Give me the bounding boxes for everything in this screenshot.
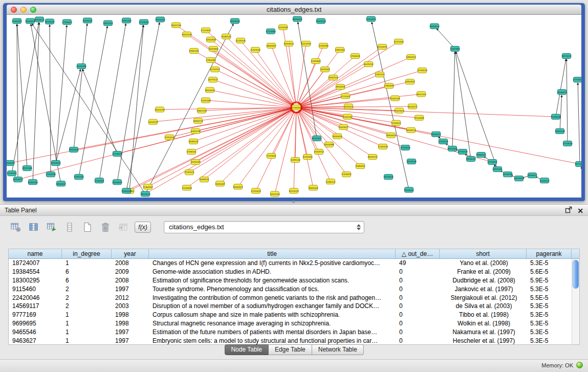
minimize-window-button[interactable] <box>20 7 27 13</box>
graph-node-label: 16344541 <box>199 179 209 181</box>
table-settings-icon[interactable] <box>9 221 23 234</box>
graph-node-label: 16161627 <box>338 126 349 128</box>
table-cell: 2009 <box>112 268 149 275</box>
table-row[interactable]: 969969511998Structural magnetic resonanc… <box>9 319 572 328</box>
column-header-out_de[interactable]: △ out_de… <box>396 249 440 259</box>
hub-citation-edge <box>176 25 293 105</box>
graph-node-label: 20531286 <box>76 65 86 68</box>
column-header-short[interactable]: short <box>440 249 527 259</box>
table-scrollbar[interactable] <box>572 259 579 344</box>
table-cell: 0 <box>396 311 440 318</box>
float-panel-icon[interactable] <box>565 206 572 215</box>
table-cell: Genome-wide association studies in ADHD. <box>149 268 396 275</box>
citation-edge <box>567 59 568 143</box>
graph-node-label: 12154254 <box>377 46 387 48</box>
citation-edge <box>560 95 562 131</box>
table-cell: Tourette syndrome. Phenomenology and cla… <box>149 286 396 293</box>
table-scrollbar-thumb[interactable] <box>573 260 579 289</box>
edit-table-icon[interactable] <box>45 221 58 234</box>
delete-icon[interactable] <box>99 221 112 234</box>
table-row[interactable]: 946362711997Embryonic stem cells: a mode… <box>9 336 572 344</box>
table-cell: 9463627 <box>9 337 62 344</box>
column-header-name[interactable]: name <box>9 249 62 259</box>
graph-node-label: 18304410 <box>7 162 15 164</box>
graph-node-label: 14275122 <box>208 78 218 81</box>
graph-node-label: 16051234 <box>155 108 165 111</box>
graph-node-label: 18356410 <box>308 187 318 189</box>
table-cell: Yano et al. (2008) <box>440 259 527 267</box>
table-cell: 0 <box>396 277 440 284</box>
graph-node-label: 16944108 <box>503 173 513 176</box>
table-row[interactable]: 946554611997Estimation of the future num… <box>9 327 572 336</box>
tab-node-table[interactable]: Node Table <box>224 344 269 355</box>
hub-citation-edge <box>300 94 421 107</box>
hub-citation-edge <box>160 107 292 110</box>
graph-node-label: 22080142 <box>221 35 231 38</box>
table-row[interactable]: 911546021997Tourette syndrome. Phenomeno… <box>9 285 572 293</box>
new-document-icon[interactable] <box>81 221 94 234</box>
graph-node-label: 16022108 <box>182 33 192 36</box>
tab-edge-table[interactable]: Edge Table <box>269 344 312 355</box>
memory-status-icon[interactable] <box>576 362 583 368</box>
table-cell: Corpus callosum shape and size in male p… <box>149 311 396 318</box>
network-graph[interactable]: 1724056218422746160221081722187212610628… <box>7 15 581 198</box>
panel-divider-handle[interactable] <box>292 201 295 203</box>
column-header-in_degree[interactable]: in_degree <box>62 249 112 259</box>
graph-node-label: 19145451 <box>312 137 322 140</box>
tab-network-table[interactable]: Network Table <box>312 344 364 355</box>
table-row[interactable]: 1938455462009Genome-wide association stu… <box>9 268 572 276</box>
hub-citation-edge <box>300 71 422 106</box>
import-table-icon[interactable] <box>117 221 130 234</box>
graph-node-label: 19054441 <box>51 162 61 164</box>
table-cell: 5.3E-5 <box>527 320 572 327</box>
hub-citation-edge <box>191 109 293 151</box>
table-row[interactable]: 1872400712008Changes of HCN gene express… <box>9 259 572 268</box>
hub-citation-edge <box>74 108 292 150</box>
close-panel-icon[interactable]: ✕ <box>577 207 583 215</box>
graph-node-label: 18254441 <box>447 147 458 150</box>
table-row[interactable]: 2242004622012Investigating the contribut… <box>9 293 572 302</box>
window-titlebar[interactable]: citations_edges.txt <box>7 5 581 15</box>
table-cell: 5.6E-5 <box>527 268 572 275</box>
table-panel-title: Table Panel <box>0 205 588 216</box>
graph-node-label: 17253441 <box>266 155 276 157</box>
table-cell: 49 <box>396 259 440 267</box>
hub-citation-edge <box>198 108 292 121</box>
graph-node-label: 17254441 <box>94 180 104 182</box>
hub-citation-edge <box>238 111 294 186</box>
graph-node-label: 17772451 <box>340 95 351 98</box>
graph-node-label: 19447864 <box>450 48 460 50</box>
table-cell: 2 <box>62 294 112 301</box>
table-tabs: Node TableEdge TableNetwork Table <box>224 344 363 355</box>
function-builder-icon[interactable]: f(x) <box>135 222 151 233</box>
show-columns-icon[interactable] <box>27 221 40 234</box>
table-selector-dropdown[interactable]: citations_edges.txt <box>164 221 364 233</box>
table-cell: 1997 <box>112 337 149 344</box>
table-row[interactable]: 977716911998Corpus callosum shape and si… <box>9 311 572 319</box>
table-row[interactable]: 1830029562008Estimation of significance … <box>9 276 572 285</box>
network-view-window: citations_edges.txt 17240562184227461602… <box>3 3 585 201</box>
close-window-button[interactable] <box>11 7 17 13</box>
network-canvas[interactable]: 1724056218422746160221081722187212610628… <box>7 15 581 198</box>
table-cell: 18300295 <box>9 277 62 284</box>
table-cell: 1 <box>62 337 112 344</box>
column-header-year[interactable]: year <box>112 249 149 259</box>
table-cell: Embryonic stem cells: a model to study s… <box>149 337 396 344</box>
table-panel-titlebar[interactable]: Table Panel ✕ <box>0 205 588 216</box>
table-cell: 1 <box>62 259 112 267</box>
hub-citation-edge <box>300 109 343 127</box>
graph-node-label: 19965444 <box>121 19 132 22</box>
table-cell: 2012 <box>112 294 149 301</box>
table-cell: 9777169 <box>9 311 62 318</box>
table-row[interactable]: 1456911722003Disruption of a novel membe… <box>9 302 572 311</box>
citation-edge <box>82 69 117 154</box>
graph-node-label: 12485211 <box>326 181 336 183</box>
column-header-title[interactable]: title <box>149 249 396 259</box>
column-header-pagerank[interactable]: pagerank <box>527 249 572 259</box>
table-cell: Investigating the contribution of common… <box>149 294 396 301</box>
rows-icon[interactable] <box>63 221 76 234</box>
zoom-window-button[interactable] <box>30 7 36 13</box>
graph-node-label: 18144204 <box>155 18 165 21</box>
graph-node-label: 11254549 <box>278 26 288 29</box>
table-cell: 2 <box>62 286 112 293</box>
